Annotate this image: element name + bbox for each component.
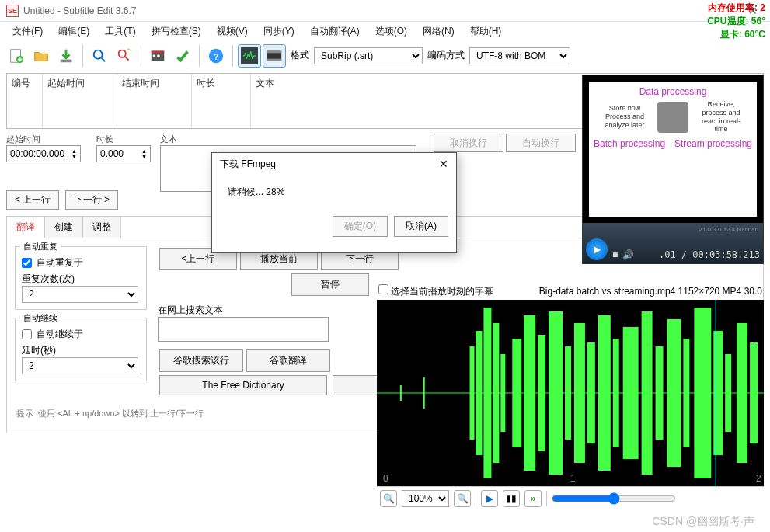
format-select[interactable]: SubRip (.srt) (314, 47, 423, 64)
svg-rect-14 (267, 58, 281, 61)
wave-play-icon[interactable]: ▶ (481, 490, 498, 507)
delay-select[interactable]: 2 (22, 357, 138, 374)
menu-video[interactable]: 视频(V) (209, 23, 256, 40)
app-icon: SE (6, 5, 19, 17)
search-text-input[interactable] (158, 317, 329, 342)
svg-rect-38 (713, 331, 723, 455)
media-info: Big-data batch vs streaming.mp4 1152×720… (539, 286, 762, 297)
wave-next-icon[interactable]: » (524, 490, 542, 507)
wave-pos-icon[interactable]: ▮▮ (503, 490, 520, 507)
gpu-temp: 显卡: 60°C (707, 28, 765, 41)
svg-text:2: 2 (756, 473, 761, 484)
titlebar: SE Untitled - Subtitle Edit 3.6.7 ✕ (0, 0, 770, 22)
encoding-select[interactable]: UTF-8 with BOM (469, 47, 570, 64)
svg-rect-19 (476, 331, 482, 455)
svg-rect-25 (538, 335, 545, 451)
tab-create[interactable]: 创建 (45, 217, 83, 238)
delay-label: 延时(秒) (22, 344, 140, 357)
ffmpeg-dialog: 下载 FFmpeg ✕ 请稍候... 28% 确定(O) 取消(A) (211, 152, 457, 253)
text-label: 文本 (160, 134, 416, 145)
binary-icon (657, 102, 688, 133)
open-icon[interactable] (30, 44, 53, 68)
format-label: 格式 (291, 49, 309, 62)
col-duration: 时长 (192, 74, 251, 128)
svg-rect-23 (512, 339, 521, 447)
zoom-select[interactable]: 100% (402, 490, 449, 507)
google-translate-button[interactable]: 谷歌翻译 (246, 349, 330, 372)
help-icon[interactable]: ? (204, 44, 228, 68)
svg-rect-35 (667, 319, 681, 467)
svg-rect-28 (574, 323, 585, 463)
replace-icon[interactable] (113, 44, 136, 68)
menu-network[interactable]: 网络(N) (415, 23, 462, 40)
menubar: 文件(F) 编辑(E) 工具(T) 拼写检查(S) 视频(V) 同步(Y) 自动… (0, 22, 770, 40)
encoding-label: 编码方式 (427, 49, 465, 62)
volume-icon[interactable]: 🔊 (622, 249, 634, 260)
col-end: 结束时间 (117, 74, 192, 128)
auto-continue-check[interactable]: 自动继续于 (22, 328, 140, 341)
waveform-icon[interactable] (238, 44, 261, 68)
menu-tools[interactable]: 工具(T) (97, 23, 143, 40)
svg-rect-2 (61, 59, 72, 62)
svg-rect-27 (565, 346, 571, 440)
select-current-check[interactable]: 选择当前播放时刻的字幕 (378, 284, 493, 298)
repeat-count-label: 重复次数(次) (22, 273, 140, 286)
save-icon[interactable] (54, 44, 78, 68)
menu-options[interactable]: 选项(O) (368, 23, 415, 40)
svg-rect-24 (524, 315, 535, 471)
window-title: Untitled - Subtitle Edit 3.6.7 (23, 5, 136, 16)
video-icon[interactable] (263, 44, 286, 68)
dialog-ok-button: 确定(O) (333, 216, 388, 237)
duration-input[interactable]: 0.000▲▼ (96, 145, 151, 162)
visual-sync-icon[interactable] (146, 44, 169, 68)
new-icon[interactable] (5, 44, 28, 68)
auto-wrap-button[interactable]: 自动换行 (506, 134, 576, 152)
freedict-button[interactable]: The Free Dictionary (159, 375, 327, 395)
svg-rect-17 (423, 377, 425, 409)
auto-repeat-group: 自动重复 自动重复于 重复次数(次) 2 (15, 246, 147, 310)
menu-file[interactable]: 文件(F) (5, 23, 51, 40)
menu-sync[interactable]: 同步(Y) (256, 23, 302, 40)
pause-button[interactable]: 暂停 (291, 273, 369, 296)
wave-slider[interactable] (552, 492, 676, 505)
svg-rect-30 (598, 315, 611, 471)
google-search-button[interactable]: 谷歌搜索该行 (159, 349, 243, 372)
svg-rect-40 (737, 323, 747, 463)
svg-rect-21 (493, 323, 499, 463)
tab-translate[interactable]: 翻译 (7, 217, 45, 238)
spellcheck-icon[interactable] (171, 44, 194, 68)
stop-icon[interactable]: ■ (612, 249, 618, 260)
menu-spell[interactable]: 拼写检查(S) (144, 23, 209, 40)
dialog-cancel-button[interactable]: 取消(A) (394, 216, 448, 237)
svg-rect-22 (500, 354, 505, 432)
watermark: CSDN @幽幽斯考·声 (652, 515, 754, 529)
cpu-temp: CPU温度: 56° (707, 15, 765, 28)
dialog-close-icon[interactable]: ✕ (439, 158, 448, 170)
repeat-count-select[interactable]: 2 (22, 286, 138, 303)
waveform-canvas[interactable]: 0 1 2 (377, 300, 764, 486)
start-time-label: 起始时间 (6, 134, 81, 145)
next-line-button[interactable]: 下一行 > (65, 190, 118, 210)
auto-repeat-check[interactable]: 自动重复于 (22, 256, 140, 269)
search-icon[interactable] (88, 44, 111, 68)
menu-edit[interactable]: 编辑(E) (51, 23, 97, 40)
cancel-wrap-button[interactable]: 取消换行 (434, 134, 503, 152)
zoom-in-icon[interactable]: 🔍 (454, 490, 471, 507)
svg-point-7 (153, 54, 156, 57)
tab-adjust[interactable]: 调整 (83, 217, 121, 238)
svg-rect-20 (483, 308, 491, 478)
svg-rect-6 (152, 50, 165, 53)
start-time-input[interactable]: 00:00:00.000▲▼ (6, 145, 81, 162)
video-frame: Data processing Store now Process and an… (589, 82, 757, 217)
col-number: 编号 (7, 74, 43, 128)
svg-text:1: 1 (570, 473, 576, 484)
svg-point-4 (119, 50, 126, 57)
svg-rect-41 (750, 342, 758, 443)
menu-help[interactable]: 帮助(H) (462, 23, 510, 40)
svg-text:?: ? (214, 51, 219, 61)
prev-line-button[interactable]: < 上一行 (6, 190, 59, 210)
menu-translate[interactable]: 自动翻译(A) (302, 23, 368, 40)
play-icon[interactable]: ▶ (586, 238, 608, 260)
svg-point-8 (157, 54, 160, 57)
zoom-out-icon[interactable]: 🔍 (380, 490, 397, 507)
